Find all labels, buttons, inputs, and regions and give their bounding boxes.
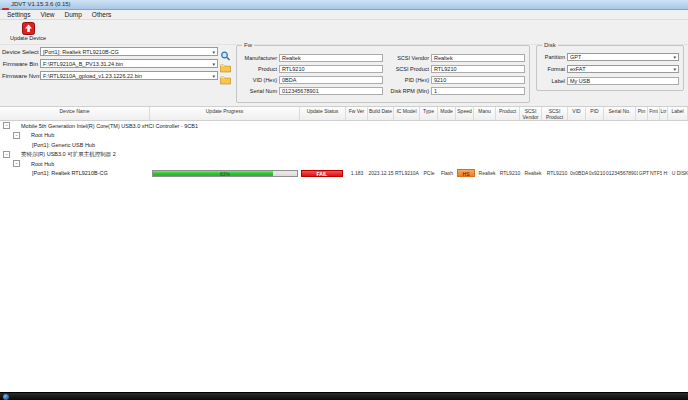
tree-row-controller-1[interactable]: - Mobile 5th Generation Intel(R) Core(TM… [0,121,688,131]
menu-bar: Settings View Dump Others [0,10,688,20]
collapse-toggle[interactable]: - [3,151,10,158]
col-ltr[interactable]: Ltr [660,107,668,120]
disk-label-field[interactable]: My USB [567,77,679,85]
cell-fmt: NTFS [650,169,662,178]
window-title: JDVT V1.15.3.6 (0.15) [11,1,71,8]
col-update-progress[interactable]: Update Progress [150,107,300,120]
scsi-product-field[interactable]: RTL9210 [431,65,525,73]
cell-manu: Realtek [476,169,498,178]
scsi-vendor-field[interactable]: Realtek [431,54,525,62]
device-select-value: [Port1]: Realtek RTL9210B-CG [43,49,119,55]
format-value: exFAT [570,66,586,72]
usb-controller-icon [12,122,19,129]
col-fmt[interactable]: Fmt [648,107,660,120]
collapse-toggle[interactable]: - [13,132,20,139]
app-icon [2,1,9,8]
manufacturer-label: Manufacturer [241,55,277,61]
cell-scsi-product: RTL9210 [544,169,570,178]
col-pid[interactable]: PID [586,107,604,120]
col-manu[interactable]: Manu [474,107,496,120]
col-vid[interactable]: VID [568,107,586,120]
tree-row-controller-2[interactable]: - 英特尔(R) USB3.0 可扩展主机控制器 2 [0,150,688,160]
firmware-nvm-value: F:\RTL9210A_gpload_v1.23.1226.22.bin [43,73,142,79]
col-mode[interactable]: Mode [438,107,456,120]
partition-select[interactable]: GPT ▾ [567,53,679,61]
col-scsi-product[interactable]: SCSI Product [542,107,568,120]
col-ptn[interactable]: Ptn [636,107,648,120]
browse-firmware-bin-button[interactable] [220,59,231,69]
cell-label: U DISK [670,169,688,178]
collapse-toggle[interactable]: - [13,160,20,167]
tree-row-generic-hub[interactable]: [Port1]: Generic USB Hub [0,140,688,150]
vid-field[interactable]: 0BDA [279,76,383,84]
tree-label: Root Hub [31,132,54,138]
active-device-name-cell: [Port1]: Realtek RTL9210B-CG [0,170,150,177]
chevron-down-icon: ▾ [212,73,215,79]
partition-label: Partition [541,54,565,60]
col-serial-no[interactable]: Serial No. [604,107,636,120]
manufacturer-field[interactable]: Realtek [279,54,383,62]
cell-vid: 0x0BDA [570,169,588,178]
partition-value: GPT [570,54,581,60]
col-update-status[interactable]: Update Status [300,107,346,120]
scsi-product-label: SCSI Product [387,66,429,72]
update-device-button[interactable]: Update Device [5,21,51,44]
tree-row-active-device[interactable]: [Port1]: Realtek RTL9210B-CG 83% FAIL 1.… [0,169,688,179]
disk-group-legend: Disk [542,42,558,49]
col-speed[interactable]: Speed [456,107,474,120]
table-header-row: Device Name Update Progress Update Statu… [0,107,688,121]
disk-label-label: Label [541,78,565,84]
window-titlebar[interactable]: JDVT V1.15.3.6 (0.15) [0,0,688,10]
usb-device-icon [23,170,30,177]
chevron-down-icon: ▾ [212,49,215,55]
taskbar[interactable] [0,392,688,400]
firmware-bin-combo[interactable]: F:\RTL9210A_B_PV13.31.24.bin ▾ [40,59,218,68]
cell-speed: HS [457,169,475,177]
pid-label: PID (Hex) [387,77,429,83]
menu-item-view[interactable]: View [37,10,59,19]
format-select[interactable]: exFAT ▾ [567,65,679,73]
update-device-icon [22,21,35,34]
col-fw-ver[interactable]: Fw Ver [346,107,368,120]
browse-firmware-nvm-button[interactable] [220,71,231,81]
hub-icon [22,160,29,167]
cell-ptn: GPT [638,169,650,178]
menu-item-dump[interactable]: Dump [60,10,85,19]
col-ic-model[interactable]: IC Model [394,107,420,120]
chevron-down-icon: ▾ [212,61,215,67]
disk-rpm-field[interactable]: 1 [431,87,525,95]
cell-serial-no: 012345678901 [606,169,638,178]
toolbar: Update Device [0,20,688,45]
product-field[interactable]: RTL9210 [279,65,383,73]
device-select-combo[interactable]: [Port1]: Realtek RTL9210B-CG ▾ [40,47,218,56]
serial-num-field[interactable]: 012345678901 [279,87,383,95]
menu-item-settings[interactable]: Settings [3,10,35,19]
cell-mode: Flash [438,169,456,178]
col-type[interactable]: Type [420,107,438,120]
cell-product: RTL9210 [498,169,522,178]
tree-row-root-hub-1[interactable]: - Root Hub [0,131,688,141]
form-area: Device Select [Port1]: Realtek RTL9210B-… [0,45,688,105]
usb-controller-icon [12,151,19,158]
start-button[interactable] [3,394,9,400]
hub-icon [22,132,29,139]
col-scsi-vendor[interactable]: SCSI Vendor [520,107,542,120]
tree-row-root-hub-2[interactable]: - Root Hub [0,159,688,169]
tree-label: Mobile 5th Generation Intel(R) Core(TM) … [21,123,198,129]
firmware-nvm-combo[interactable]: F:\RTL9210A_gpload_v1.23.1226.22.bin ▾ [40,71,218,80]
col-product[interactable]: Product [496,107,520,120]
disk-rpm-label: Disk RPM (Min) [387,88,429,94]
pid-field[interactable]: 9210 [431,76,525,84]
rescan-button[interactable] [220,47,231,57]
generic-hub-icon [23,141,30,148]
vid-label: VID (Hex) [241,77,277,83]
col-build-date[interactable]: Build Date [368,107,394,120]
col-device-name[interactable]: Device Name [0,107,150,120]
collapse-toggle[interactable]: - [3,122,10,129]
menu-item-others[interactable]: Others [88,10,116,19]
col-label[interactable]: Label [668,107,688,120]
cell-fw-ver: 1.183 [346,169,368,178]
disk-groupbox: Disk Partition GPT ▾ Format exFAT ▾ Labe… [536,45,684,91]
screen: JDVT V1.15.3.6 (0.15) Settings View Dump… [0,0,688,400]
tree-label: [Port1]: Generic USB Hub [32,142,95,148]
